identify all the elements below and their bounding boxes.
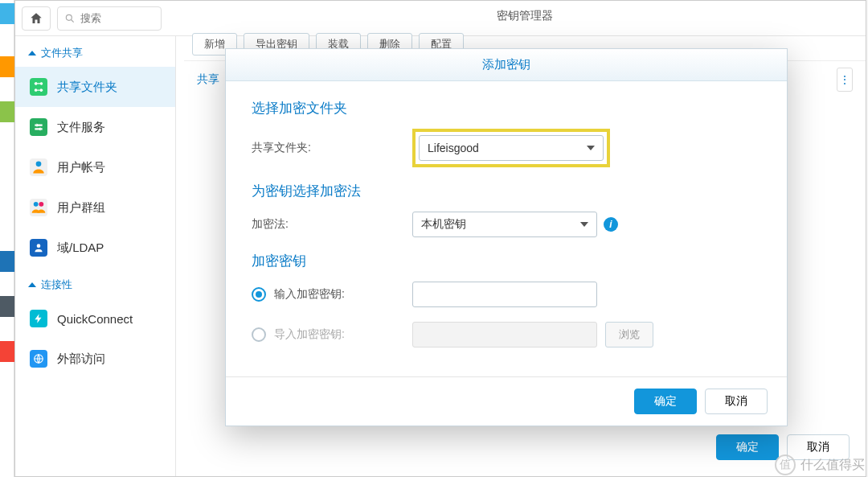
modal-title: 添加密钥 (226, 49, 787, 81)
radio-import-label: 导入加密密钥: (274, 327, 345, 342)
watermark: 值 什么值得买 (775, 454, 865, 475)
browse-button: 浏览 (605, 322, 653, 347)
row-import-key: 导入加密密钥: 浏览 (252, 322, 761, 347)
label-shared-folder: 共享文件夹: (252, 141, 412, 155)
radio-input-key[interactable] (252, 287, 266, 302)
watermark-text: 什么值得买 (800, 457, 865, 474)
section-encryption-key: 加密密钥 (252, 252, 761, 270)
section-encryption-method: 为密钥选择加密法 (252, 182, 761, 200)
select-value: Lifeisgood (428, 142, 479, 154)
modal-body: 选择加密文件夹 共享文件夹: Lifeisgood 为密钥选择加密法 加密法: … (226, 81, 787, 368)
row-input-key: 输入加密密钥: (252, 282, 761, 307)
info-icon[interactable]: i (604, 217, 618, 232)
radio-import-key[interactable] (252, 327, 266, 342)
modal-ok-button[interactable]: 确定 (634, 389, 697, 414)
label-encryption-method: 加密法: (252, 217, 412, 232)
shared-folder-select[interactable]: Lifeisgood (419, 135, 604, 161)
radio-input-label: 输入加密密钥: (274, 287, 345, 302)
modal-overlay: 添加密钥 选择加密文件夹 共享文件夹: Lifeisgood 为密钥选择加密法 … (0, 0, 868, 477)
highlight-annotation: Lifeisgood (412, 129, 610, 167)
chevron-down-icon (587, 146, 595, 150)
encryption-key-input[interactable] (412, 282, 597, 307)
section-select-folder: 选择加密文件夹 (252, 99, 761, 117)
modal-cancel-button[interactable]: 取消 (705, 389, 768, 414)
chevron-down-icon (580, 222, 588, 227)
row-shared-folder: 共享文件夹: Lifeisgood (252, 129, 761, 167)
select-value: 本机密钥 (421, 217, 466, 232)
watermark-logo-icon: 值 (775, 454, 796, 475)
encryption-method-select[interactable]: 本机密钥 (412, 212, 597, 237)
add-key-modal: 添加密钥 选择加密文件夹 共享文件夹: Lifeisgood 为密钥选择加密法 … (225, 48, 788, 426)
modal-footer: 确定 取消 (226, 376, 787, 426)
import-key-path-input (412, 322, 597, 347)
row-encryption-method: 加密法: 本机密钥 i (252, 212, 761, 237)
